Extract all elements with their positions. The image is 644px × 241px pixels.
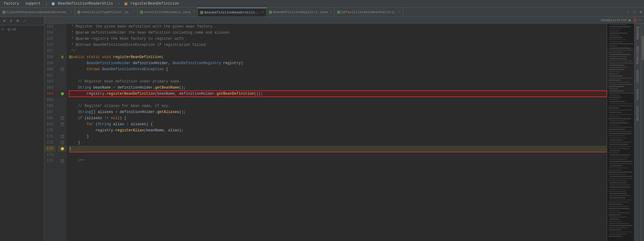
tab-beandefinitionregistry[interactable]: BeanDefinitionRegistry.java × (267, 8, 335, 17)
tab-forest[interactable]: Forest (635, 87, 640, 102)
code-line-155[interactable]: * @param registry the bean factory to re… (69, 36, 607, 42)
tab-icon (140, 11, 143, 14)
code-line-167[interactable]: String[] aliases = definitionHolder.getA… (69, 109, 607, 115)
code-line-174[interactable] (69, 152, 607, 158)
gutter-164 (58, 91, 67, 97)
close-btn[interactable]: × (330, 10, 332, 14)
breadcrumb-class[interactable]: BeanDefinitionReaderUtils (57, 1, 114, 6)
scrollbar-track[interactable] (641, 24, 644, 241)
code-line-153[interactable]: * Register the given bean definition wit… (69, 24, 607, 30)
tab-defaultlistablebean[interactable]: DefaultListableBeanFactory.java × (335, 8, 403, 17)
line-number-167: 167 (44, 109, 56, 115)
gutter-165 (58, 97, 67, 103)
tab-resttool[interactable]: RestTool (635, 104, 640, 122)
close-btn[interactable]: × (399, 10, 401, 14)
code-line-162[interactable]: // Register bean definition under primar… (69, 79, 607, 85)
editor-toolbar: ZaApplication ▶ 🐞 ⋯ (44, 17, 644, 24)
line-number-175: 175 (44, 158, 56, 164)
code-line-159[interactable]: BeanDefinitionHolder definitionHolder, B… (69, 60, 607, 66)
structure-tree: ↳ -g:za (0, 25, 44, 241)
side-panel-tabs: Mapping MyBatisSQL claslib Forest RestTo… (634, 24, 641, 241)
gutter-156 (58, 42, 67, 48)
close-btn[interactable]: × (70, 10, 72, 14)
minimap (607, 24, 634, 241)
line-number-157: 157 (44, 48, 56, 54)
line-number-171: 171 (44, 133, 56, 140)
code-line-154[interactable]: * @param definitionHolder the bean defin… (69, 30, 607, 36)
scrollbar-thumb[interactable] (642, 36, 644, 60)
gutter-170 (58, 127, 67, 133)
tab-mapping[interactable]: Mapping (635, 25, 640, 41)
code-line-164[interactable]: registry.registerBeanDefinition(beanName… (69, 91, 607, 97)
tab-beandefinitionreaderutils[interactable]: BeanDefinitionReaderUtils.java × (198, 8, 267, 17)
breadcrumb-method[interactable]: registerBeanDefinition (129, 1, 180, 6)
code-line-171[interactable]: } (69, 133, 607, 140)
editor-area: ZaApplication ▶ 🐞 ⋯ 15315415515615715815… (44, 17, 644, 241)
tab-annotationtypefilter[interactable]: AnnotationTypeFilter.java × (75, 8, 138, 17)
debug-button[interactable]: 🐞 (633, 18, 638, 22)
method-icon: m (124, 2, 128, 6)
expand-icon[interactable]: ⊞ (15, 19, 20, 24)
svg-text:B: B (53, 3, 54, 5)
close-btn[interactable]: × (133, 10, 135, 14)
tab-menu[interactable]: ≡ (638, 8, 644, 17)
tab-scroll-right[interactable]: › (631, 8, 638, 17)
gutter-168: ▽ (58, 115, 67, 121)
code-line-163[interactable]: String beanName = definitionHolder.getBe… (69, 85, 607, 91)
gutter-157 (58, 48, 67, 54)
menu-factory[interactable]: factory (2, 1, 20, 6)
more-actions[interactable]: ⋯ (639, 18, 642, 22)
line-number-158: 158 (44, 54, 56, 60)
line-number-155: 155 (44, 36, 56, 42)
tab-classpathscanning[interactable]: ClassPathScanningCandidateComponentProvi… (0, 8, 75, 17)
breadcrumb-separator: | (46, 2, 48, 5)
close-btn[interactable]: × (262, 11, 264, 14)
code-line-160[interactable]: throws BeanDefinitionStoreException { (69, 66, 607, 72)
line-number-169: 169 (44, 121, 56, 127)
gutter-175: ▽ (58, 158, 67, 164)
gutter-155 (58, 36, 67, 42)
line-number-159: 159 (44, 60, 56, 66)
code-line-170[interactable]: registry.registerAlias(beanName, alias); (69, 127, 607, 133)
menu-support[interactable]: support (24, 1, 42, 6)
gutter-172: ▽ (58, 140, 67, 146)
gutter-169: ▽ (58, 121, 67, 127)
code-line-157[interactable]: */ (69, 48, 607, 54)
gutter-159 (58, 60, 67, 66)
code-line-172[interactable]: } (69, 140, 607, 146)
bean-icon: B (51, 2, 55, 6)
run-config-label: ZaApplication (601, 18, 627, 22)
tab-claslib[interactable]: claslib (635, 68, 640, 85)
tab-mybatissql[interactable]: MyBatisSQL (635, 44, 640, 66)
code-line-161[interactable] (69, 72, 607, 79)
line-numbers: 1531541551561571581591601611621631641651… (44, 24, 58, 241)
code-line-173[interactable]: } (69, 146, 607, 152)
code-line-175[interactable]: /** (69, 158, 607, 164)
code-line-156[interactable]: * @throws BeanDefinitionStoreException i… (69, 42, 607, 48)
gutter-158: @ (58, 54, 67, 60)
line-number-170: 170 (44, 127, 56, 133)
run-button[interactable]: ▶ (629, 18, 631, 23)
gutter-162 (58, 79, 67, 85)
line-number-164: 164 (44, 91, 56, 97)
menu-bar: factory support | B BeanDefinitionReader… (0, 0, 644, 8)
close-btn[interactable]: × (193, 10, 195, 14)
code-line-165[interactable] (69, 97, 607, 103)
code-line-168[interactable]: if (aliases != null) { (69, 115, 607, 121)
tab-scroll-left[interactable]: ‹ (625, 8, 631, 17)
collapse-icon[interactable]: — (22, 19, 27, 24)
structure-icon[interactable]: ≡ (9, 19, 13, 24)
tab-annotationmetadata[interactable]: AnnotationMetadata.java × (138, 8, 198, 17)
code-line-166[interactable]: // Register aliases for bean name, if an… (69, 103, 607, 109)
line-number-154: 154 (44, 30, 56, 36)
line-number-173: 173 (44, 146, 56, 152)
yellow-dot (61, 147, 64, 150)
green-dot (61, 92, 64, 95)
line-number-168: 168 (44, 115, 56, 121)
gutter-167 (58, 109, 67, 115)
code-lines[interactable]: * Register the given bean definition wit… (67, 24, 607, 241)
code-line-169[interactable]: for (String alias : aliases) { (69, 121, 607, 127)
code-line-158[interactable]: @public static void registerBeanDefiniti… (69, 54, 607, 60)
settings-icon[interactable]: ⚙ (2, 19, 7, 24)
line-number-163: 163 (44, 85, 56, 91)
